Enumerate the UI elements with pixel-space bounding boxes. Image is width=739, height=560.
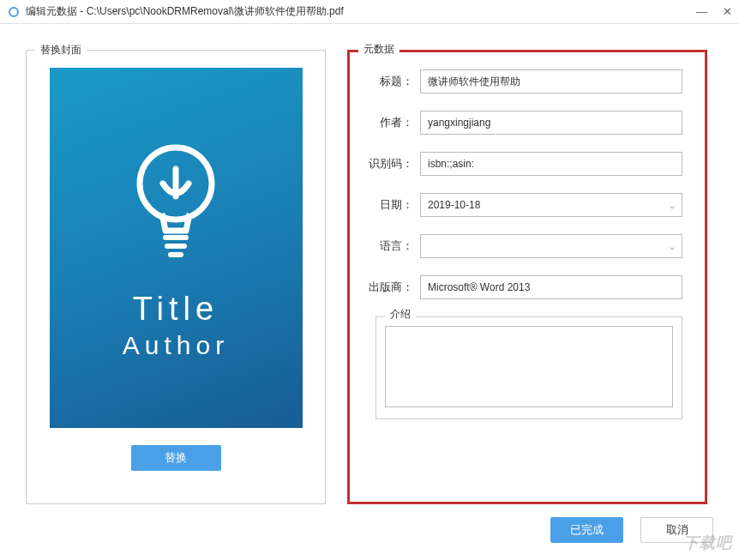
cover-author-text: Author — [123, 331, 229, 360]
language-select[interactable]: ⌵ — [420, 234, 682, 258]
window-controls: — ✕ — [696, 5, 732, 18]
chevron-down-icon: ⌵ — [670, 242, 675, 251]
date-select[interactable]: 2019-10-18 ⌵ — [420, 193, 682, 217]
cover-panel-label: 替换封面 — [35, 43, 87, 57]
window-title: 编辑元数据 - C:\Users\pc\NookDRMRemoval\微讲师软件… — [26, 4, 696, 19]
date-value: 2019-10-18 — [428, 199, 480, 211]
intro-textarea[interactable] — [385, 326, 673, 407]
cover-panel: 替换封面 Title Author 替换 — [26, 50, 326, 504]
intro-fieldset: 介绍 — [376, 316, 682, 419]
language-label: 语言： — [360, 238, 413, 254]
chevron-down-icon: ⌵ — [670, 201, 675, 210]
app-icon — [7, 5, 21, 19]
identifier-input[interactable] — [420, 152, 682, 176]
title-input[interactable] — [420, 69, 682, 93]
date-label: 日期： — [360, 197, 413, 213]
close-button[interactable]: ✕ — [723, 5, 732, 18]
identifier-label: 识别码： — [360, 156, 413, 172]
lightbulb-icon — [124, 136, 227, 265]
replace-cover-button[interactable]: 替换 — [131, 445, 221, 471]
dialog-content: 替换封面 Title Author 替换 元数据 标题： — [0, 24, 739, 560]
title-label: 标题： — [360, 74, 413, 89]
done-button[interactable]: 已完成 — [550, 517, 623, 543]
titlebar: 编辑元数据 - C:\Users\pc\NookDRMRemoval\微讲师软件… — [0, 0, 739, 24]
publisher-label: 出版商： — [360, 280, 413, 295]
minimize-button[interactable]: — — [696, 5, 707, 18]
metadata-panel: 元数据 标题： 作者： 识别码： 日期： 2019-10-18 ⌵ — [347, 50, 707, 504]
svg-point-0 — [9, 8, 18, 16]
author-label: 作者： — [360, 115, 413, 130]
cover-title-text: Title — [133, 291, 219, 328]
intro-label: 介绍 — [385, 307, 416, 322]
cover-preview: Title Author — [50, 68, 303, 428]
publisher-input[interactable] — [420, 275, 682, 299]
author-input[interactable] — [420, 111, 682, 135]
watermark: 下载吧 — [683, 533, 732, 553]
metadata-panel-label: 元数据 — [358, 42, 400, 57]
